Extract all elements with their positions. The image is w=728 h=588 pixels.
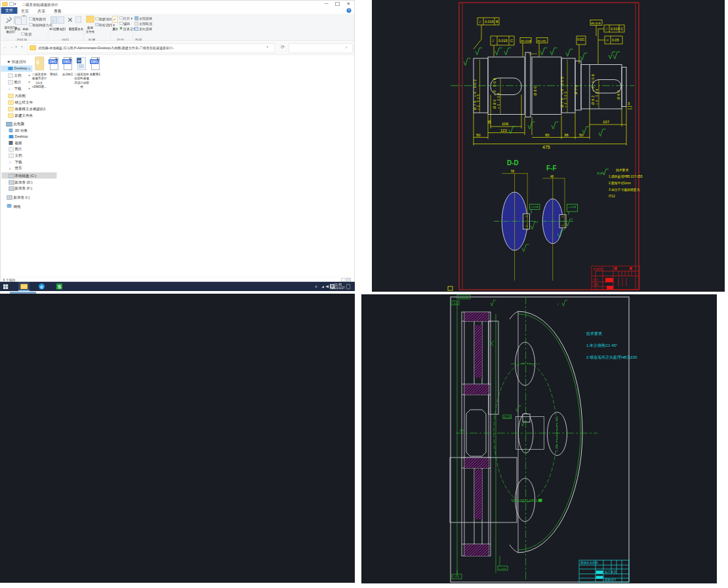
svg-text:⌰: ⌰ — [605, 27, 608, 31]
svg-text:Ø0.021A: Ø0.021A — [521, 39, 531, 43]
svg-text:3.未注尺寸偏差精度为: 3.未注尺寸偏差精度为 — [609, 187, 639, 192]
svg-text:122: 122 — [500, 128, 508, 132]
svg-text:减速轴: 减速轴 — [593, 267, 602, 271]
svg-text:⌭: ⌭ — [606, 38, 609, 42]
svg-text:C: C — [510, 39, 513, 43]
svg-text:其余: 其余 — [597, 172, 603, 175]
svg-text:▽ 6.3: ▽ 6.3 — [453, 575, 460, 578]
svg-text:⟂ 0.05A: ⟂ 0.05A — [531, 206, 539, 208]
svg-text:0.015: 0.015 — [611, 27, 620, 31]
svg-text:⌰: ⌰ — [492, 39, 495, 43]
svg-text:D-D: D-D — [507, 159, 519, 167]
svg-text:3: 3 — [628, 102, 630, 106]
svg-text:IT12: IT12 — [609, 195, 615, 198]
svg-text:审核: 审核 — [593, 283, 598, 286]
svg-text:38: 38 — [564, 133, 569, 137]
svg-text:Ø80 +0.008: Ø80 +0.008 — [493, 77, 496, 109]
svg-text:技术要求: 技术要求 — [616, 168, 628, 172]
svg-text:Ø 0.05: Ø 0.05 — [504, 416, 512, 419]
svg-text:+0.004: +0.004 — [596, 88, 599, 105]
svg-text:▽ 0.4: ▽ 0.4 — [451, 302, 458, 305]
svg-text:50: 50 — [579, 133, 584, 137]
svg-text:B: B — [496, 20, 498, 24]
svg-text:精工大学: 精工大学 — [605, 570, 617, 574]
svg-text:⟂ 0.05A: ⟂ 0.05A — [567, 206, 576, 208]
svg-text:Ø75 +0.005: Ø75 +0.005 — [560, 75, 564, 108]
svg-text:95: 95 — [545, 133, 550, 137]
svg-text:1.未注倒角C1 45°: 1.未注倒角C1 45° — [586, 343, 618, 348]
svg-text:0.015: 0.015 — [498, 39, 508, 43]
svg-text:2.锻造毛坯正火处理HB为220: 2.锻造毛坯正火处理HB为220 — [586, 355, 637, 360]
svg-text:⟂ 0.03: ⟂ 0.03 — [498, 567, 506, 570]
svg-text:⌰: ⌰ — [479, 20, 481, 24]
svg-text:Ø70: Ø70 — [574, 84, 578, 94]
svg-text:58: 58 — [511, 170, 515, 173]
svg-text:Ø75 +0.002: Ø75 +0.002 — [473, 78, 477, 110]
svg-text:107: 107 — [603, 120, 610, 124]
svg-text:0.021: 0.021 — [577, 38, 585, 41]
svg-text:21: 21 — [487, 120, 491, 124]
svg-text:技术要求: 技术要求 — [586, 332, 602, 336]
svg-text:▽: ▽ — [557, 303, 559, 306]
svg-text:两级联大齿轮: 两级联大齿轮 — [580, 561, 599, 564]
svg-text:F-F: F-F — [546, 165, 557, 172]
svg-text:48: 48 — [550, 175, 554, 178]
svg-text:C: C — [620, 27, 623, 31]
svg-text:+0.004: +0.004 — [497, 92, 500, 109]
svg-text:+0.002: +0.002 — [564, 90, 567, 108]
svg-text:50: 50 — [476, 133, 481, 137]
svg-text:0.05: 0.05 — [612, 38, 619, 42]
svg-text:0.015: 0.015 — [485, 20, 494, 24]
svg-text:Ø80: Ø80 — [533, 85, 537, 96]
svg-text:⟂ 0.03 A: ⟂ 0.03 A — [458, 296, 468, 299]
svg-text:Ø0.030: Ø0.030 — [537, 39, 546, 43]
svg-text:Ø0.05 B: Ø0.05 B — [591, 22, 601, 25]
svg-text:Ø58: Ø58 — [460, 429, 465, 432]
svg-text:1.调质处理HB5 217-255: 1.调质处理HB5 217-255 — [609, 174, 643, 179]
svg-text:475: 475 — [542, 145, 550, 149]
svg-text:设计: 设计 — [593, 278, 598, 281]
svg-text:Ø60: Ø60 — [617, 89, 620, 100]
svg-text:2.圆角半径1mm: 2.圆角半径1mm — [609, 182, 631, 185]
svg-text:Ø62 +0.006: Ø62 +0.006 — [591, 73, 595, 105]
svg-text:模板设计: 模板设计 — [604, 578, 617, 581]
svg-text:109: 109 — [502, 122, 509, 126]
